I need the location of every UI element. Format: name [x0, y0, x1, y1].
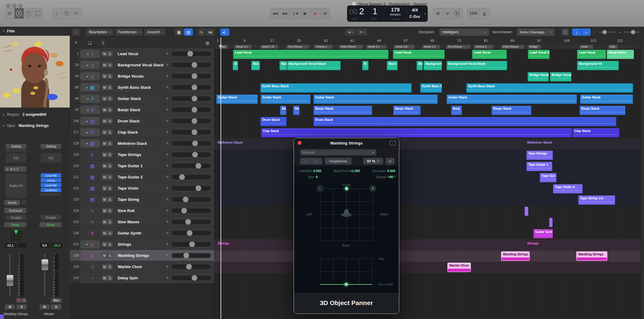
mute-button[interactable]: M	[102, 275, 107, 281]
region[interactable]	[549, 218, 553, 227]
track-row[interactable]: 97 ▸ ♯ M S Banjo Stack ⇅	[70, 104, 214, 115]
track-name[interactable]: Sine Waves	[118, 216, 140, 228]
track-row[interactable]: 128 ▾ ▤ M S Mellotron Stack ⇅	[70, 138, 214, 149]
volume-fader[interactable]	[7, 275, 13, 286]
mute-button[interactable]: M	[102, 253, 107, 258]
grid-view-button[interactable]: ▦	[175, 28, 183, 36]
cycle-button[interactable]: ⇄	[321, 8, 330, 18]
track-name[interactable]: Tape Guitar 1	[118, 160, 143, 171]
track-name[interactable]: Tape String	[118, 194, 139, 205]
track-disclosure[interactable]: ▸ ♯	[80, 106, 100, 114]
region[interactable]: Guitar Stack	[313, 95, 438, 104]
record-enable-button[interactable]: R	[16, 298, 21, 303]
track-disclosure[interactable]: ▸ ✳	[80, 128, 100, 136]
track-inspector-header[interactable]: ▸ Spur: Warbling Strings	[0, 121, 70, 130]
setting-button[interactable]: Setting	[41, 144, 61, 149]
track-volume-slider[interactable]	[172, 208, 211, 213]
elevation-param[interactable]: Elevation: 0.000	[373, 169, 395, 173]
solo-button[interactable]: S	[16, 304, 27, 309]
region[interactable]: Drum Stack	[313, 117, 616, 126]
gain-slot[interactable]	[6, 149, 26, 152]
region[interactable]: Tape Guitar 1	[526, 162, 552, 171]
record-button[interactable]: ●	[311, 8, 321, 18]
master-badge-button[interactable]: ⊗	[433, 8, 443, 18]
link-window-icon[interactable]: ↑	[390, 141, 396, 145]
hide-tracks-button[interactable]: ↑	[72, 28, 80, 36]
arrangement-marker[interactable]: Pre-Chorus	[287, 45, 309, 49]
volume-knob[interactable]	[179, 174, 185, 180]
volume-knob[interactable]	[187, 230, 193, 236]
track-name[interactable]: Delay Spin	[118, 272, 138, 284]
smart-controls-button[interactable]: ☼	[52, 8, 62, 18]
track-disclosure[interactable]: ∿	[80, 207, 100, 215]
track-row[interactable]: 89 ▸ ♯ M S Guitar Stack ⇅	[70, 93, 214, 104]
track-row[interactable]: 139 ♫ M S Warble Choir ⇅	[70, 261, 214, 272]
track-row[interactable]: 106 ▸ ▤ M S Drum Stack ⇅	[70, 115, 214, 127]
volume-knob[interactable]	[191, 96, 197, 101]
go-to-beginning-button[interactable]: ❙◀	[290, 8, 300, 18]
count-in-button[interactable]: 1234	[467, 8, 480, 18]
film-header[interactable]: ▾ Film	[0, 27, 70, 36]
track-row[interactable]: 134 ∿ M S Sine Roll ⇅	[70, 205, 214, 216]
track-name[interactable]: Tape Guitar 2	[118, 171, 143, 183]
auto-vzoom-button[interactable]: ↕	[572, 28, 581, 36]
track-disclosure[interactable]: ♬	[80, 251, 100, 260]
plugin-slot[interactable]: Atmos	[41, 178, 61, 182]
arrangement-marker[interactable]: Post-Chorus	[339, 45, 363, 49]
track-disclosure[interactable]: ▸ ♫	[80, 72, 100, 80]
track-disclosure[interactable]: ♯	[80, 229, 100, 237]
region[interactable]: Warbling Strings	[576, 251, 607, 261]
mute-button[interactable]: M	[102, 51, 107, 56]
duplicate-track-button[interactable]: ❏	[86, 40, 93, 46]
solo-button[interactable]: S	[107, 231, 113, 236]
marker-lane[interactable]: IntroVerse 1 AVerse 1 BPre-ChorusChorus …	[214, 45, 644, 49]
lcd-chevron[interactable]: ▾	[423, 5, 428, 22]
track-name[interactable]: Warble Choir	[118, 261, 142, 272]
region[interactable]: Background Vocal Stack	[447, 61, 507, 70]
prev-preset-button[interactable]: ‹	[300, 158, 311, 164]
track-volume-slider[interactable]	[172, 141, 211, 146]
track-volume-slider[interactable]	[172, 74, 211, 78]
region[interactable]: Background Vo	[577, 61, 619, 70]
track-row[interactable]: 20 ▸ ♫ M S Background Vocal Stack ⇅	[70, 59, 214, 71]
automation-mode-button[interactable]: Read	[4, 222, 26, 227]
plugin-window[interactable]: Warbling Strings ↑ Manuell ▾ ‹ › Verglei…	[294, 138, 399, 314]
region[interactable]: Bridge Vocals	[550, 72, 572, 81]
region[interactable]: Ba	[293, 106, 300, 115]
region[interactable]: Warbling Strings	[501, 251, 530, 261]
track-name[interactable]: Guitar Synth	[118, 228, 141, 239]
mute-button[interactable]: M	[102, 141, 107, 146]
mute-button[interactable]: M	[102, 62, 107, 68]
track-volume-slider[interactable]	[172, 197, 211, 202]
region[interactable]: Lead Vocal	[233, 50, 389, 59]
add-track-button[interactable]: +	[73, 40, 79, 46]
solo-button[interactable]: S	[107, 219, 113, 224]
track-name[interactable]: Tape Strings	[118, 149, 141, 160]
track-disclosure[interactable]: ♬	[80, 151, 100, 159]
mute-button[interactable]: M	[102, 118, 107, 124]
bar-ruler[interactable]: 191725334149576573818997105113121	[214, 38, 644, 45]
output-button[interactable]: Surround	[4, 208, 26, 213]
track-volume-slider[interactable]	[172, 152, 211, 157]
tuner-button[interactable]: Ψ	[443, 8, 452, 18]
solo-button[interactable]: S	[107, 163, 113, 168]
track-row[interactable]: 80 ▸ ▦ M S Synth Bass Stack ⇅	[70, 82, 214, 93]
arrangement-marker[interactable]: Pre-Chorus	[447, 45, 470, 49]
mute-button[interactable]: M	[102, 174, 107, 180]
region[interactable]: Background Vocal Stack	[287, 61, 341, 70]
elevation-position-dot[interactable]	[345, 283, 348, 286]
solo-button[interactable]: S	[107, 253, 113, 258]
region[interactable]: Tape Violin ⊖	[553, 184, 583, 194]
editors-button[interactable]: ✂	[71, 8, 80, 18]
region[interactable]: Lead Vocal	[393, 50, 445, 59]
quick-help-button[interactable]: ?	[24, 8, 33, 18]
region[interactable]: Ba	[416, 61, 423, 70]
mute-button[interactable]: M	[5, 304, 15, 309]
sends-button[interactable]: Sends	[4, 200, 20, 205]
track-row[interactable]: 130 ▤ M S Tape Guitar 1 ⇅	[70, 160, 214, 171]
vertical-scrollbar[interactable]	[641, 38, 644, 319]
volume-knob[interactable]	[192, 152, 198, 158]
track-name[interactable]: Drum Stack	[118, 115, 140, 127]
track-volume-slider[interactable]	[172, 85, 211, 90]
track-disclosure[interactable]: ▾ ♬	[80, 240, 100, 248]
